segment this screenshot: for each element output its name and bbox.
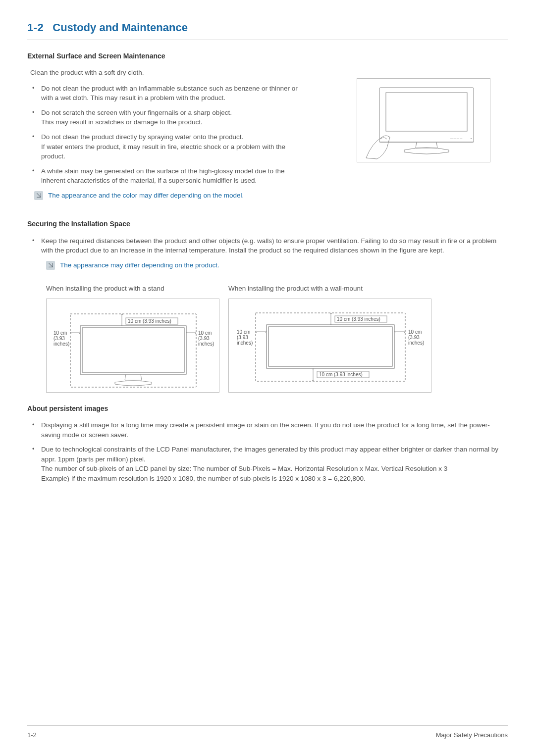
svg-text:inches): inches) <box>408 340 424 346</box>
page-section-header: 1-2Custody and Maintenance <box>27 20 508 40</box>
ext-intro: Clean the product with a soft dry cloth. <box>30 68 310 78</box>
page-footer: 1-2 Major Safety Precautions <box>27 725 508 740</box>
note-text: The appearance and the color may differ … <box>48 192 244 199</box>
list-item: Do not clean the product with an inflamm… <box>30 84 310 103</box>
section-title: Custody and Maintenance <box>53 21 188 34</box>
bullet-text: Keep the required distances between the … <box>41 237 496 254</box>
persist-heading: About persistent images <box>27 403 508 413</box>
list-item: Keep the required distances between the … <box>30 236 508 255</box>
svg-text:(3.93: (3.93 <box>198 336 210 341</box>
svg-rect-6 <box>80 326 186 374</box>
bullet-subtext: This may result in scratches or damage t… <box>41 117 310 127</box>
space-note: The appearance may differ depending on t… <box>46 260 508 270</box>
svg-text:inches): inches) <box>198 341 214 347</box>
section-number: 1-2 <box>27 21 44 34</box>
svg-rect-15 <box>268 327 392 366</box>
persist-bullet-list: Displaying a still image for a long time… <box>27 420 508 483</box>
svg-text:inches): inches) <box>54 341 69 347</box>
bullet-text: Due to technological constraints of the … <box>41 446 498 482</box>
bullet-text: Do not clean the product directly by spr… <box>41 133 243 141</box>
ext-note: The appearance and the color may differ … <box>34 191 310 201</box>
svg-rect-7 <box>82 328 184 372</box>
dim-label-left: 10 cm <box>237 329 250 335</box>
list-item: Do not scratch the screen with your fing… <box>30 108 310 127</box>
svg-text:(3.93: (3.93 <box>237 335 248 340</box>
bullet-text: Displaying a still image for a long time… <box>41 421 490 439</box>
list-item: Due to technological constraints of the … <box>30 445 508 483</box>
list-item: A white stain may be generated on the su… <box>30 166 310 186</box>
footer-left: 1-2 <box>27 731 37 740</box>
svg-rect-14 <box>267 325 394 368</box>
dim-label-right: 10 cm <box>198 330 212 336</box>
bullet-subtext: If water enters the product, it may resu… <box>41 142 310 161</box>
bullet-text: Do not clean the product with an inflamm… <box>41 85 298 102</box>
figure-b-wallmount: 10 cm (3.93 inches) 10 cm (3.93 inches) … <box>228 299 431 393</box>
svg-point-4 <box>471 138 472 139</box>
monitor-cleaning-illustration: — — — — <box>357 78 490 162</box>
dim-label-top: 10 cm (3.93 inches) <box>337 316 380 322</box>
space-heading: Securing the Installation Space <box>27 219 508 229</box>
list-item: Do not clean the product directly by spr… <box>30 132 310 161</box>
figure-a-caption: When installing the product with a stand <box>46 284 219 294</box>
info-icon <box>34 191 43 200</box>
dim-label-top: 10 cm (3.93 inches) <box>128 318 171 324</box>
bullet-text: Do not scratch the screen with your fing… <box>41 109 232 116</box>
info-icon <box>46 261 55 270</box>
list-item: Displaying a still image for a long time… <box>30 420 508 440</box>
figure-a-stand: 10 cm (3.93 inches) 10 cm (3.93 inches) … <box>46 299 219 393</box>
footer-right: Major Safety Precautions <box>436 731 508 740</box>
space-bullet-list: Keep the required distances between the … <box>27 236 508 255</box>
svg-text:(3.93: (3.93 <box>54 336 65 341</box>
note-text: The appearance may differ depending on t… <box>60 261 219 269</box>
svg-text:— — — —: — — — — <box>450 137 462 140</box>
ext-heading: External Surface and Screen Maintenance <box>27 51 508 61</box>
dim-label-left: 10 cm <box>54 330 67 336</box>
svg-rect-5 <box>70 314 196 387</box>
ext-bullet-list: Do not clean the product with an inflamm… <box>27 84 310 186</box>
dim-label-right: 10 cm <box>408 329 422 335</box>
svg-text:inches): inches) <box>237 340 253 346</box>
bullet-text: A white stain may be generated on the su… <box>41 167 285 185</box>
svg-text:(3.93: (3.93 <box>408 335 420 340</box>
svg-rect-0 <box>379 88 474 142</box>
figure-b-caption: When installing the product with a wall-… <box>228 284 431 294</box>
svg-rect-13 <box>256 313 405 381</box>
dim-label-bottom: 10 cm (3.93 inches) <box>319 372 363 377</box>
svg-rect-1 <box>386 93 467 131</box>
